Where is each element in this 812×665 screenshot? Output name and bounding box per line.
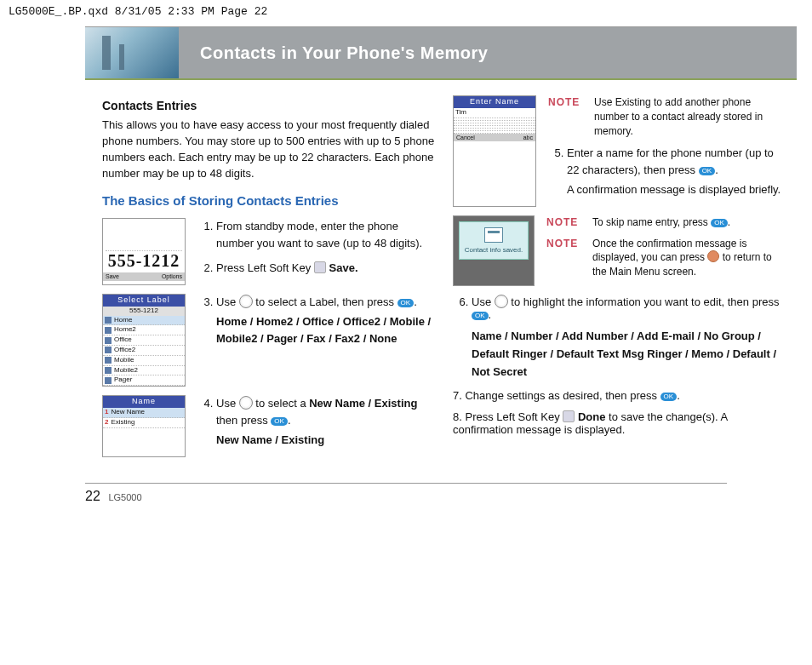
softkey-options: Options [162,273,182,280]
ok-key-icon: OK [472,312,489,320]
step-6: Use to highlight the information you wan… [472,295,786,381]
ok-key-icon: OK [397,299,415,307]
step-5: Enter a name for the phone number (up to… [567,145,786,198]
ok-key-icon: OK [660,393,678,401]
ok-key-icon: OK [699,167,716,175]
page: Contacts in Your Phone's Memory Contacts… [0,26,812,530]
heading-contacts-entries: Contacts Entries [102,99,436,112]
phone-screenshot-dialer: 555-1212 Save Options [102,218,186,285]
end-key-icon [707,250,719,262]
banner-title: Contacts in Your Phone's Memory [179,27,797,78]
step-1: From standby mode, enter the phone numbe… [216,218,436,251]
dialed-number: 555-1212 [106,251,182,270]
nav-key-icon [239,295,253,308]
nav-key-icon [495,295,508,308]
steps-block-3: Name 1New Name 2Existing Use to select a… [102,395,436,457]
steps-block-1: 555-1212 Save Options From standby mode,… [102,218,436,285]
step-8: 8. Press Left Soft Key Done to save the … [453,410,786,436]
phone-screenshot-enter-name: Enter Name Tim Cancel abc [453,95,536,207]
left-softkey-icon [314,261,326,273]
phone-screenshot-name-menu: Name 1New Name 2Existing [102,395,186,457]
right-column: Enter Name Tim Cancel abc NOTE Use Exist… [453,95,786,466]
phone-screenshot-select-label: Select Label 555-1212 Home Home2 Office … [102,294,186,387]
page-number: 22 [85,489,100,503]
steps-block-2: Select Label 555-1212 Home Home2 Office … [102,294,436,387]
footer-rule [85,483,727,484]
content-columns: Contacts Entries This allows you to have… [0,80,812,466]
model-id: LG5000 [108,492,141,502]
ok-key-icon: OK [711,219,728,227]
softkey-save: Save [106,273,119,280]
ok-key-icon: OK [271,417,288,426]
title-band: Contacts in Your Phone's Memory [85,26,797,80]
left-softkey-icon [563,410,575,422]
step-7: 7. Change settings as desired, then pres… [453,389,786,402]
nav-key-icon [239,396,253,410]
note-return-main: NOTE Once the confirmation message is di… [546,237,786,279]
save-disk-icon [484,227,503,243]
footer: 22 LG5000 [0,489,812,530]
step-2: Press Left Soft Key Save. [216,260,436,277]
left-column: Contacts Entries This allows you to have… [102,95,436,466]
right-block-2: Contact info saved. NOTE To skip name en… [453,215,786,286]
heading-basics: The Basics of Storing Contacts Entries [102,193,436,208]
right-block-1: Enter Name Tim Cancel abc NOTE Use Exist… [453,95,786,207]
note-use-existing: NOTE Use Existing to add another phone n… [548,95,786,138]
banner-photo [85,27,179,78]
print-crop-header: LG5000E_.BP.qxd 8/31/05 2:33 PM Page 22 [0,0,812,26]
step-3: Use to select a Label, then press OK. Ho… [216,294,436,347]
phone-screenshot-saved-popup: Contact info saved. [453,215,535,286]
intro-paragraph: This allows you to have easy access to y… [102,118,436,181]
step-4: Use to select a New Name / Existing then… [216,395,436,449]
note-skip-name: NOTE To skip name entry, press OK. [546,215,786,230]
